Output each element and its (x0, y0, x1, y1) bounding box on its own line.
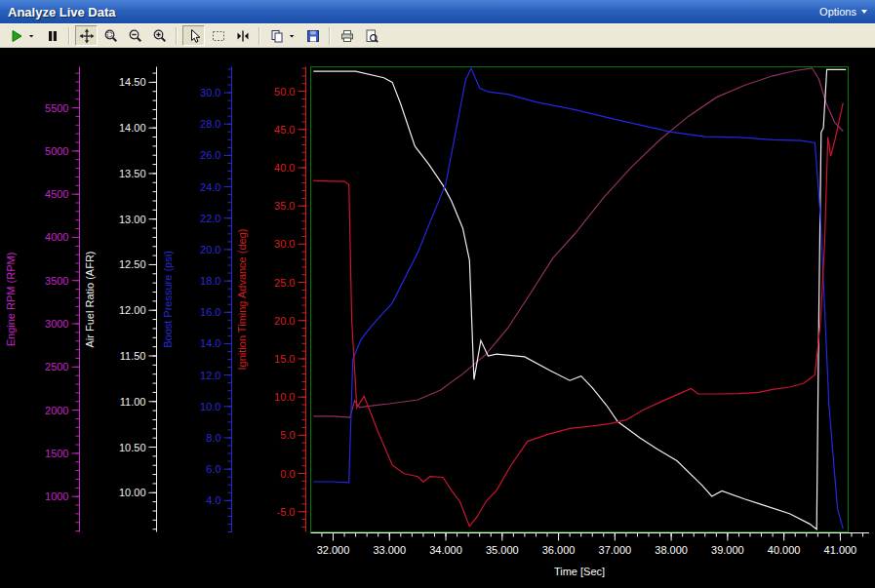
y-axis-afr: 10.0010.5011.0011.5012.0012.5013.0013.50… (84, 67, 157, 532)
print-button[interactable] (336, 25, 358, 46)
y-tick-label: 11.00 (120, 396, 146, 408)
dropdown-caret-icon (28, 28, 38, 44)
y-tick-label: 14.00 (119, 122, 146, 134)
y-tick-label: 5000 (45, 145, 68, 157)
y-tick-label: 4500 (45, 188, 68, 200)
y-tick-label: 1500 (45, 448, 68, 459)
cursor-tool-button[interactable] (182, 25, 205, 46)
y-tick-label: 0.0 (280, 468, 295, 480)
options-menu[interactable]: Options (819, 6, 867, 18)
play-icon (9, 28, 24, 44)
chevron-down-icon (861, 10, 867, 14)
y-axis-title-rpm: Engine RPM (RPM) (5, 253, 17, 347)
zoom-in-button[interactable] (148, 25, 171, 46)
y-tick-label: 4000 (45, 231, 68, 243)
y-tick-label: 50.0 (274, 86, 295, 98)
y-tick-label: 30.0 (274, 238, 295, 250)
copy-button[interactable] (265, 25, 288, 46)
y-tick-label: 14.50 (119, 76, 146, 88)
y-tick-label: 18.0 (200, 275, 220, 287)
y-tick-label: 12.0 (200, 370, 220, 381)
y-tick-label: 8.0 (206, 432, 220, 444)
select-region-icon (211, 28, 226, 44)
y-axis-title-ign: Ignition Timing Advance (deg) (236, 229, 248, 371)
y-tick-label: 5.0 (280, 429, 295, 441)
y-tick-label: -5.0 (277, 506, 296, 518)
x-tick-label: 34.000 (429, 544, 462, 556)
y-tick-label: 10.0 (274, 391, 295, 403)
y-tick-label: 13.50 (119, 168, 146, 179)
x-axis: 32.00033.00034.00035.00036.00037.00038.0… (311, 533, 870, 577)
x-tick-label: 38.000 (655, 544, 688, 556)
data-cursor-icon (235, 28, 251, 44)
x-tick-label: 35.000 (486, 544, 519, 556)
pan-icon (79, 28, 95, 44)
y-tick-label: 16.0 (200, 306, 220, 318)
y-tick-label: 24.0 (200, 181, 220, 193)
y-tick-label: 40.0 (274, 162, 295, 174)
y-tick-label: 26.0 (200, 149, 220, 161)
save-button[interactable] (301, 25, 324, 46)
toolbar-separator (176, 27, 178, 45)
y-tick-label: 3000 (45, 318, 68, 330)
x-tick-label: 40.000 (768, 544, 801, 556)
page-title: Analyze Live Data (8, 5, 116, 20)
y-tick-label: 10.50 (119, 442, 146, 453)
y-axis-boost: 4.06.08.010.012.014.016.018.020.022.024.… (162, 67, 232, 532)
toolbar-separator (68, 27, 70, 45)
y-tick-label: 20.0 (200, 244, 220, 255)
zoom-in-icon (152, 28, 168, 44)
chart-panel: 1000150020002500300035004000450050005500… (0, 48, 875, 588)
x-axis-title: Time [Sec] (554, 566, 605, 577)
pan-tool-button[interactable] (75, 25, 98, 46)
toolbar (0, 23, 875, 48)
y-axis-title-boost: Boost Pressure (psi) (162, 251, 174, 348)
y-tick-label: 13.00 (119, 214, 146, 225)
copy-icon (269, 28, 285, 44)
options-menu-label: Options (819, 6, 856, 18)
x-tick-label: 39.000 (711, 544, 744, 556)
pause-icon (45, 28, 60, 44)
y-tick-label: 4.0 (206, 494, 220, 506)
y-tick-label: 25.0 (274, 277, 295, 289)
y-tick-label: 10.0 (200, 401, 220, 412)
y-tick-label: 5500 (45, 102, 68, 114)
title-bar: Analyze Live Data Options (0, 0, 875, 23)
y-tick-label: 15.0 (274, 353, 295, 365)
print-icon (339, 28, 355, 44)
y-tick-label: 12.00 (119, 304, 146, 316)
dropdown-caret-icon (289, 28, 298, 44)
x-tick-label: 41.000 (824, 544, 857, 556)
play-options-dropdown[interactable] (26, 25, 39, 46)
toolbar-separator (259, 27, 260, 45)
pause-button[interactable] (41, 25, 63, 46)
print-preview-icon (364, 28, 379, 44)
y-axis-title-afr: Air Fuel Ratio (AFR) (84, 251, 96, 347)
select-region-button[interactable] (207, 25, 229, 46)
toolbar-separator (329, 27, 331, 45)
play-button[interactable] (5, 25, 27, 46)
print-preview-button[interactable] (360, 25, 382, 46)
y-tick-label: 28.0 (200, 118, 220, 130)
y-axis-ign: -5.00.05.010.015.020.025.030.035.040.045… (236, 67, 306, 532)
zoom-window-button[interactable] (99, 25, 122, 46)
y-tick-label: 3500 (45, 275, 68, 287)
y-tick-label: 6.0 (206, 463, 220, 475)
y-tick-label: 10.00 (119, 487, 146, 498)
cursor-icon (186, 28, 202, 44)
y-tick-label: 2500 (45, 361, 68, 372)
x-tick-label: 36.000 (542, 544, 576, 556)
data-cursor-button[interactable] (231, 25, 254, 46)
y-tick-label: 30.0 (200, 87, 220, 98)
copy-options-dropdown[interactable] (287, 25, 299, 46)
save-icon (305, 28, 321, 44)
zoom-out-button[interactable] (124, 25, 146, 46)
zoom-window-icon (103, 28, 119, 44)
y-tick-label: 45.0 (274, 124, 295, 136)
x-tick-label: 37.000 (599, 544, 632, 556)
y-tick-label: 20.0 (274, 315, 295, 327)
y-tick-label: 12.50 (119, 258, 146, 270)
x-tick-label: 33.000 (373, 544, 406, 556)
x-tick-label: 32.000 (317, 544, 350, 556)
y-axis-rpm: 1000150020002500300035004000450050005500… (5, 67, 80, 532)
